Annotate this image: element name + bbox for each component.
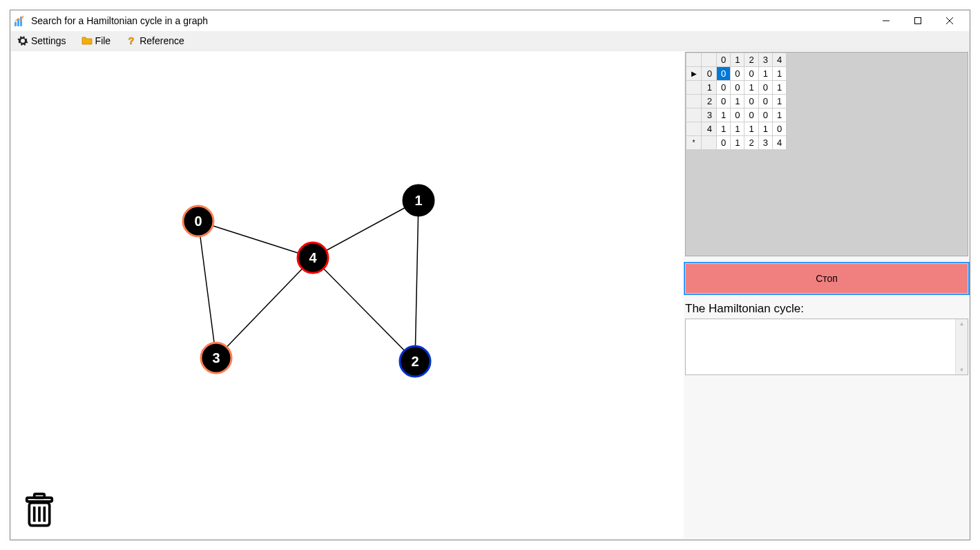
menu-file[interactable]: File [77,34,115,48]
graph-node[interactable]: 0 [183,206,213,236]
svg-rect-4 [915,18,921,24]
grid-cell[interactable]: 1 [717,108,731,122]
graph-node[interactable]: 2 [400,346,430,377]
grid-cell[interactable]: 3 [758,136,772,150]
grid-cell[interactable]: 0 [731,81,744,95]
svg-point-12 [298,243,328,273]
grid-row-indicator[interactable]: * [686,136,702,150]
graph-node[interactable]: 3 [201,343,231,373]
grid-cell[interactable]: 1 [744,122,758,136]
graph-edge[interactable] [198,221,216,358]
grid-column-header[interactable]: 4 [772,53,786,67]
menu-reference[interactable]: ? Reference [122,34,189,48]
grid-row-header[interactable]: 4 [702,122,717,136]
result-scrollbar[interactable]: ▲ ▼ [955,319,968,374]
menu-label: File [95,35,111,46]
grid-row-header[interactable]: 0 [702,67,717,81]
titlebar: Search for a Hamiltonian cycle in a grap… [10,10,970,31]
graph-node[interactable]: 1 [403,185,434,216]
svg-point-8 [183,206,213,236]
grid-column-header[interactable]: 3 [758,53,772,67]
window-title: Search for a Hamiltonian cycle in a grap… [31,15,208,26]
grid-column-header[interactable]: 1 [731,53,744,67]
chevron-down-icon[interactable]: ▼ [959,367,965,373]
grid-corner [702,53,717,67]
grid-cell[interactable]: 0 [731,67,744,81]
svg-point-10 [400,346,430,377]
adjacency-matrix-grid[interactable]: 01234▶000011100101201001310001411110*012… [685,52,968,256]
grid-cell[interactable]: 1 [717,122,731,136]
help-icon: ? [126,35,137,46]
grid-cell[interactable]: 2 [744,136,758,150]
menu-label: Reference [140,35,184,46]
grid-cell[interactable]: 0 [744,108,758,122]
grid-cell[interactable]: 0 [758,108,772,122]
chevron-up-icon[interactable]: ▲ [959,321,965,327]
grid-cell[interactable]: 4 [772,136,786,150]
grid-cell[interactable]: 0 [744,95,758,108]
grid-cell[interactable]: 1 [744,81,758,95]
grid-column-header[interactable]: 2 [744,53,758,67]
grid-cell[interactable]: 0 [717,67,731,81]
svg-text:?: ? [128,35,135,46]
graph-edge[interactable] [198,221,313,258]
grid-row: 411110 [686,122,787,136]
grid-cell[interactable]: 1 [731,95,744,108]
grid-cell[interactable]: 0 [717,136,731,150]
grid-cell[interactable]: 0 [772,122,786,136]
grid-row: 310001 [686,108,787,122]
grid-cell[interactable]: 0 [744,67,758,81]
menu-settings[interactable]: Settings [13,34,70,48]
grid-cell[interactable]: 0 [717,95,731,108]
app-window: Search for a Hamiltonian cycle in a grap… [10,10,970,540]
grid-row-header[interactable]: 3 [702,108,717,122]
grid-cell[interactable]: 0 [731,108,744,122]
grid-cell[interactable]: 1 [758,67,772,81]
grid-row-header[interactable] [702,136,717,150]
graph-edge[interactable] [313,258,415,361]
grid-cell[interactable]: 1 [758,122,772,136]
grid-row-indicator[interactable] [686,95,702,108]
grid-cell[interactable]: 1 [772,108,786,122]
graph-edge[interactable] [415,200,419,361]
svg-point-9 [403,185,434,216]
gear-icon [17,35,28,46]
grid-row-indicator[interactable]: ▶ [686,67,702,81]
content-area: 01234 01234▶0000111001012010013100014111… [10,50,970,540]
grid-cell[interactable]: 1 [731,136,744,150]
graph-canvas[interactable]: 01234 [12,52,684,538]
stop-button[interactable]: Стоп [685,263,968,294]
app-icon [15,15,26,26]
grid-cell[interactable]: 0 [758,95,772,108]
result-text [686,319,955,374]
grid-cell[interactable]: 1 [772,67,786,81]
graph-edge[interactable] [216,258,313,358]
stop-button-label: Стоп [816,273,838,284]
grid-row-header[interactable]: 1 [702,81,717,95]
grid-cell[interactable]: 1 [731,122,744,136]
menu-label: Settings [31,35,66,46]
graph-edge[interactable] [313,200,419,258]
grid-row-indicator[interactable] [686,108,702,122]
grid-column-header[interactable]: 0 [717,53,731,67]
grid-cell[interactable]: 1 [772,81,786,95]
maximize-button[interactable] [902,10,934,31]
graph-node[interactable]: 4 [298,243,328,273]
grid-cell[interactable]: 0 [717,81,731,95]
grid-row-header[interactable]: 2 [702,95,717,108]
minimize-button[interactable] [870,10,902,31]
grid-row: 100101 [686,81,787,95]
result-label: The Hamiltonian cycle: [685,302,968,316]
result-textbox[interactable]: ▲ ▼ [685,319,968,375]
svg-rect-0 [15,22,17,26]
grid-row-indicator[interactable] [686,81,702,95]
svg-rect-1 [17,19,19,26]
close-button[interactable] [934,10,965,31]
grid-cell[interactable]: 1 [772,95,786,108]
window-controls [870,10,965,31]
grid-row-indicator[interactable] [686,122,702,136]
grid-row: *01234 [686,136,787,150]
grid-cell[interactable]: 0 [758,81,772,95]
grid-row: ▶000011 [686,67,787,81]
trash-icon[interactable] [24,493,55,526]
